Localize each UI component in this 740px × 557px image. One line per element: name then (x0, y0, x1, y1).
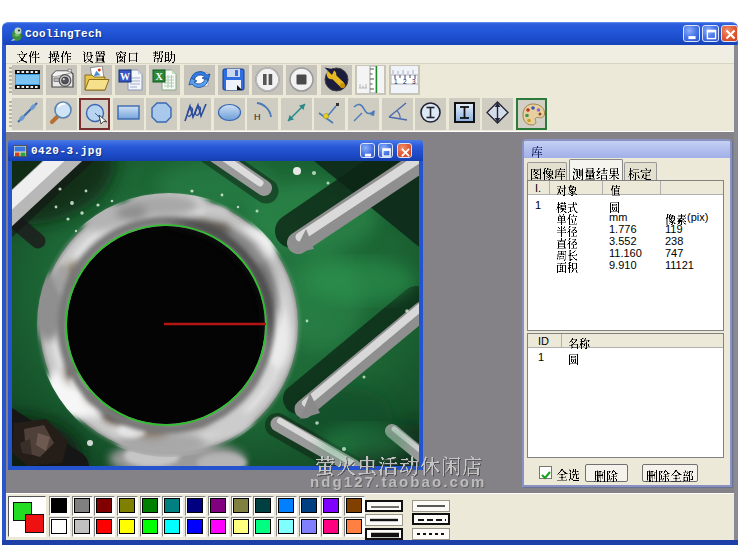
svg-text:3: 3 (412, 78, 416, 85)
svg-text:2: 2 (403, 78, 407, 85)
svg-text:1: 1 (394, 78, 398, 85)
svg-text:W: W (120, 71, 130, 82)
svg-text:X: X (155, 71, 163, 82)
svg-text:H: H (254, 112, 261, 122)
